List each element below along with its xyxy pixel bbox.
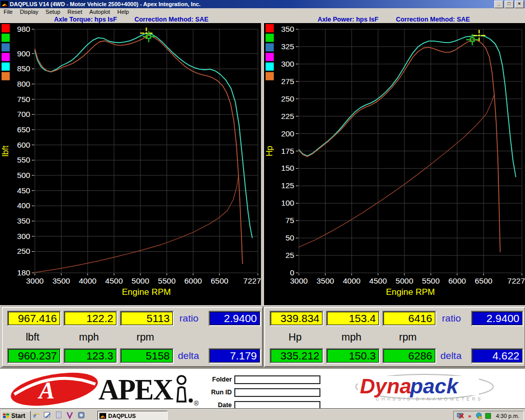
quicklaunch-ie-icon[interactable]: e (32, 411, 40, 419)
svg-text:3000: 3000 (26, 276, 44, 285)
power-value-primary: 339.834 (270, 311, 324, 326)
taskbar: Start e DAQPLUS » (0, 409, 525, 420)
apexi-swoosh-icon: A (8, 371, 100, 408)
torque-chart-panel: Axle Torque: hps IsF Correction Method: … (0, 15, 262, 305)
svg-text:350: 350 (281, 25, 294, 33)
menu-item-autoplot[interactable]: Autoplot (86, 9, 113, 15)
quicklaunch-media-icon[interactable] (66, 411, 74, 419)
minimize-button[interactable]: _ (494, 1, 503, 8)
y-axis-title: Hp (265, 146, 274, 156)
daqplus-task-icon (99, 413, 106, 419)
svg-text:5000: 5000 (396, 276, 414, 285)
power-chart-header: Axle Power: hps IsF Correction Method: S… (262, 15, 525, 23)
menu-item-display[interactable]: Display (16, 9, 42, 15)
svg-text:e: e (33, 411, 36, 419)
start-button-label: Start (11, 412, 25, 419)
torque-chart-header: Axle Torque: hps IsF Correction Method: … (0, 15, 262, 23)
svg-text:450: 450 (17, 186, 30, 195)
delta-label: delta (178, 350, 199, 362)
apexi-logo: A APEX ® (7, 371, 202, 408)
menu-item-reset[interactable]: Reset (64, 9, 86, 15)
svg-text:0: 0 (290, 268, 294, 277)
svg-text:6000: 6000 (448, 276, 466, 285)
svg-text:50: 50 (286, 233, 295, 242)
svg-text:500: 500 (17, 171, 30, 179)
svg-text:700: 700 (17, 110, 30, 118)
axis-tick-labels: 3503253002752502252001751501251007550250… (281, 25, 525, 285)
window-title: DAQPLUS V14 (4WD - Motor Vehicle 2500+40… (10, 1, 494, 7)
power-value-secondary: 335.212 (270, 348, 324, 364)
taskbar-daqplus-button[interactable]: DAQPLUS (97, 411, 168, 420)
task-button-label: DAQPLUS (108, 413, 136, 419)
windows-logo-icon (3, 412, 10, 419)
folder-input[interactable] (234, 375, 320, 384)
quicklaunch-desktop-icon[interactable] (43, 411, 51, 419)
menu-item-file[interactable]: File (0, 9, 16, 15)
svg-text:25: 25 (286, 251, 294, 259)
svg-text:980: 980 (17, 25, 30, 33)
power-run-return-trace (299, 95, 494, 247)
delta-value: 4.622 (471, 348, 523, 364)
svg-text:4500: 4500 (369, 276, 387, 285)
logo-strip: A APEX ® Folder Run ID Date (0, 368, 525, 410)
svg-text:150: 150 (281, 164, 294, 172)
ratio-label: ratio (442, 313, 461, 324)
unit-label-rpm: rpm (120, 331, 171, 343)
svg-text:200: 200 (281, 129, 294, 138)
title-bar: DAQPLUS V14 (4WD - Motor Vehicle 2500+40… (0, 0, 525, 8)
y-axis-title: lbft (1, 145, 10, 156)
quicklaunch-document-icon[interactable] (54, 411, 63, 419)
speed-value-secondary: 123.3 (64, 348, 117, 364)
svg-text:4000: 4000 (79, 276, 97, 285)
folder-label: Folder (200, 376, 234, 383)
torque-value-primary: 967.416 (7, 311, 61, 326)
power-chart-svg[interactable]: 3503253002752502252001751501251007550250… (264, 23, 525, 305)
rpm-value-secondary: 5158 (120, 348, 174, 364)
speed-value-primary: 153.4 (326, 311, 380, 326)
svg-text:275: 275 (281, 77, 294, 86)
tray-fastforward-icon[interactable]: » (466, 412, 473, 419)
svg-text:325: 325 (281, 42, 294, 51)
run-id-input[interactable] (234, 388, 320, 397)
torque-chart-svg[interactable]: 9809008508007507006506005505004504003503… (0, 23, 261, 305)
menu-item-help[interactable]: Help (114, 9, 133, 15)
svg-text:5500: 5500 (158, 276, 176, 285)
svg-text:225: 225 (281, 112, 294, 121)
close-button[interactable]: × (515, 1, 524, 8)
svg-text:600: 600 (17, 141, 30, 149)
dynapack-wordmark-blue: pack (410, 374, 459, 398)
restore-button[interactable]: □ (504, 1, 514, 8)
date-label: Date (200, 402, 234, 409)
date-input[interactable] (234, 401, 320, 410)
unit-label-rpm: rpm (382, 331, 433, 343)
charts-area: Axle Torque: hps IsF Correction Method: … (0, 15, 525, 305)
speed-value-primary: 122.2 (64, 311, 117, 326)
svg-text:300: 300 (281, 59, 294, 68)
menu-item-setup[interactable]: Setup (42, 9, 64, 15)
svg-text:7227: 7227 (244, 276, 261, 285)
cursor-secondary[interactable] (143, 31, 155, 42)
tray-network-offline-icon[interactable] (457, 412, 464, 419)
power-chart-title: Axle Power: hps IsF (317, 16, 378, 23)
svg-text:4000: 4000 (343, 276, 361, 285)
svg-text:250: 250 (17, 247, 30, 255)
power-readout-panel: 339.834 153.4 6416 Hp mph rpm 335.212 15… (264, 307, 525, 367)
desktop: DAQPLUS V14 (4WD - Motor Vehicle 2500+40… (0, 0, 525, 420)
svg-text:350: 350 (17, 216, 30, 225)
torque-value-secondary: 960.237 (7, 348, 61, 364)
axis-tick-labels: 9809008508007507006506005505004504003503… (17, 25, 261, 285)
start-button[interactable]: Start (1, 411, 31, 420)
svg-text:550: 550 (17, 155, 30, 164)
gridlines (299, 29, 522, 273)
rpm-value-secondary: 6286 (382, 348, 436, 364)
tray-status-led-icon[interactable] (484, 412, 492, 419)
quicklaunch-messenger-icon[interactable] (77, 411, 85, 419)
ratio-label: ratio (179, 313, 198, 324)
system-tray: » 4:30 p.m. (453, 411, 524, 420)
tray-alert-globe-icon[interactable] (475, 412, 482, 419)
svg-text:6000: 6000 (184, 276, 202, 285)
svg-text:180: 180 (17, 268, 30, 277)
svg-text:175: 175 (281, 147, 294, 155)
svg-text:A: A (37, 377, 55, 404)
power-run-previous (299, 39, 500, 252)
